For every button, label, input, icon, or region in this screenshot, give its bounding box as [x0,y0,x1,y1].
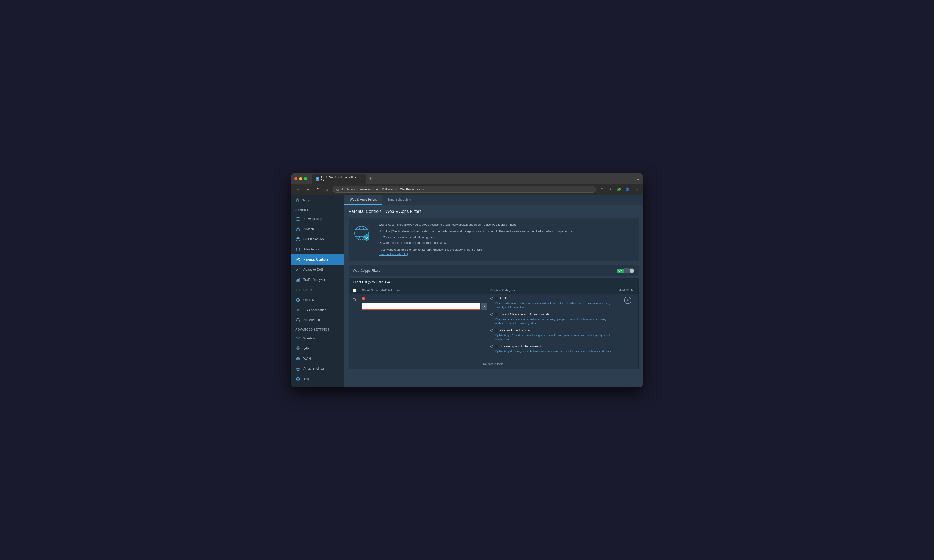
sidebar-label-traffic-analyzer: Traffic Analyzer [303,278,325,282]
category-im-header: Instant Message and Communication [490,312,616,316]
th-checkbox [349,289,359,292]
select-all-checkbox[interactable] [353,289,356,292]
sidebar-item-aiprotection[interactable]: AiProtection [291,244,344,254]
parental-controls-faq-link[interactable]: Parental Controls FAQ [379,252,408,256]
sidebar-label-wireless: Wireless [303,337,316,340]
svg-rect-24 [297,346,299,348]
advanced-section-header: Advanced Settings [291,325,344,333]
client-name-input[interactable] [362,303,480,310]
back-button[interactable]: ← [294,186,302,193]
globe-icon [295,216,301,222]
streaming-label: Streaming and Entertainment [499,345,541,348]
not-secure-label: Not Secure [341,188,355,191]
sidebar-item-aimesh[interactable]: AiMesh [291,224,344,234]
ipv6-icon: IPv6 [295,376,301,382]
sidebar-item-open-nat[interactable]: Open NAT [291,295,344,305]
adult-checkbox[interactable] [495,297,498,300]
row-radio[interactable] [353,298,356,301]
page-title: Parental Controls - Web & Apps Filters [349,209,639,214]
sidebar-label-ipv6: IPv6 [303,377,310,381]
sidebar-item-guest-network[interactable]: Guest Network [291,234,344,244]
svg-line-9 [298,229,299,230]
url-bar[interactable]: Not Secure | router.asus.com /AIProtecti… [333,186,596,192]
url-separator: | [357,188,358,191]
im-checkbox[interactable] [495,313,498,316]
sidebar-label-network-map: Network Map [303,217,322,221]
svg-rect-0 [337,189,339,191]
sidebar-item-aicloud[interactable]: AiCloud 2.0 [291,315,344,325]
sidebar-item-adaptive-qos[interactable]: Adaptive QoS [291,265,344,275]
not-secure-icon [336,188,339,191]
svg-point-10 [296,237,300,241]
category-streaming: Streaming and Entertainment By blocking … [490,345,616,353]
sidebar-label-aimesh: AiMesh [303,227,314,231]
row-checkbox-red[interactable]: ✓ [362,297,365,300]
toggle-on-label: ON [617,269,624,273]
td-categories: Adult Block adult/mature content to prev… [489,294,617,358]
alexa-icon [295,366,301,371]
tab-title: ASUS Wireless Router RT-AX... [321,175,358,182]
info-step-3: Click the plus (+) icon to add rule then… [383,241,575,245]
toggle-row: Web & Apps Filters ON [349,265,639,276]
sidebar-item-usb-application[interactable]: USB Application [291,305,344,315]
url-domain: router.asus.com [359,188,380,191]
content-tab-row: Web & Apps Filters Time Scheduling [344,195,643,205]
sidebar-item-parental-controls[interactable]: Parental Controls [291,254,344,265]
sidebar-item-network-map[interactable]: Network Map [291,214,344,224]
th-content-category: Content Category [488,289,617,292]
info-step-2: Check the unwanted content categories [383,235,575,240]
im-desc: Block instant communication software and… [490,317,616,325]
category-p2p: P2P and File Transfer By blocking P2P an… [490,328,616,341]
home-button[interactable]: ⌂ [323,186,331,193]
traffic-lights [294,177,307,180]
sidebar-item-amazon-alexa[interactable]: Amazon Alexa [291,364,344,374]
tab-time-scheduling[interactable]: Time Scheduling [382,195,417,205]
close-button[interactable] [294,177,297,180]
sidebar-item-traffic-analyzer[interactable]: Traffic Analyzer [291,275,344,285]
sidebar-item-lan[interactable]: LAN [291,343,344,354]
sidebar-item-wan[interactable]: WAN [291,354,344,364]
info-text-block: Web & Apps Filters allows you to block a… [379,223,575,257]
tab-web-apps-filters[interactable]: Web & Apps Filters [344,195,382,205]
bookmark-button[interactable]: ★ [607,186,614,193]
sidebar-label-aicloud: AiCloud 2.0 [303,318,320,322]
toggle-switch[interactable]: ON [617,268,634,273]
svg-point-7 [299,230,300,231]
share-button[interactable]: ⬆ [598,186,606,193]
usb-icon [295,308,301,313]
table-row: ✓ ▼ [349,294,638,359]
client-input-wrapper: ▼ [362,303,487,310]
tab-close-button[interactable]: ✕ [359,177,363,181]
wan-icon [295,356,301,361]
more-button[interactable]: ⋯ [632,186,640,193]
client-dropdown-button[interactable]: ▼ [481,303,487,310]
client-list-header: Client List (Max Limit : 64) [349,278,639,286]
reload-button[interactable]: ↺ [313,186,321,193]
td-client-name: ✓ ▼ [359,294,489,312]
svg-rect-16 [299,278,300,282]
p2p-desc: By blocking P2P and File Transferring yo… [490,333,616,341]
main-layout: Setup General Network Map [291,195,643,387]
adult-radio [490,297,493,300]
maximize-button[interactable] [304,177,307,180]
sidebar-label-lan: LAN [303,346,310,350]
add-rule-button[interactable]: + [624,297,632,304]
sidebar-item-ipv6[interactable]: IPv6 IPv6 [291,374,344,384]
streaming-checkbox[interactable] [495,345,498,348]
tab-expand-icon[interactable]: ⌄ [637,177,640,181]
active-tab[interactable]: A ASUS Wireless Router RT-AX... ✕ [312,174,366,183]
svg-point-20 [299,289,299,290]
svg-point-23 [298,339,298,340]
sidebar-label-amazon-alexa: Amazon Alexa [303,367,324,371]
sidebar-item-wireless[interactable]: Wireless [291,333,344,343]
profile-button[interactable]: 👤 [624,186,631,193]
wifi-icon [295,237,301,242]
extensions-button[interactable]: 🧩 [615,186,623,193]
new-tab-button[interactable]: + [367,175,374,183]
svg-point-12 [297,258,298,259]
sidebar-label-adaptive-qos: Adaptive QoS [303,268,323,271]
forward-button[interactable]: → [304,186,311,193]
sidebar-item-game[interactable]: Game [291,285,344,295]
minimize-button[interactable] [299,177,302,180]
p2p-checkbox[interactable] [495,329,498,332]
